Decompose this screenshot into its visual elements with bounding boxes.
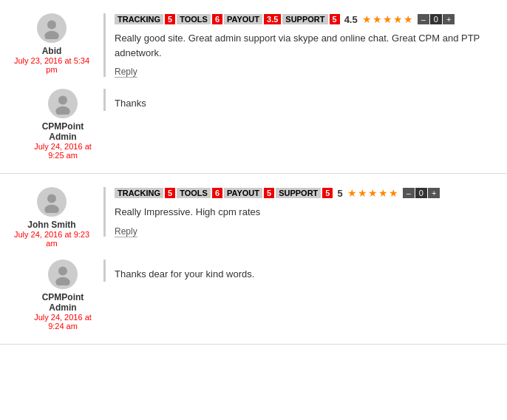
star-full: ★ xyxy=(389,187,398,199)
svg-point-0 xyxy=(47,21,56,30)
vote-controls-1: – 0 + xyxy=(418,14,455,24)
vote-minus-btn-1[interactable]: – xyxy=(418,14,429,24)
avatar-2 xyxy=(37,187,67,217)
stars-2: ★★★★★ xyxy=(347,187,398,199)
star-full: ★ xyxy=(362,13,372,25)
star-full: ★ xyxy=(368,187,378,199)
overall-score-2: 5 xyxy=(337,188,342,199)
star-full: ★ xyxy=(378,187,388,199)
admin-date-1: July 24, 2016 at 9:25 am xyxy=(30,142,96,160)
rating-value-tracking: 5 xyxy=(165,14,175,24)
svg-point-1 xyxy=(44,31,59,39)
svg-point-6 xyxy=(58,267,67,276)
review-block-2: John Smith July 24, 2016 at 9:23 am TRAC… xyxy=(0,174,507,345)
review-main-1: Abid July 23, 2016 at 5:34 pm TRACKING5T… xyxy=(0,7,507,83)
avatar-1 xyxy=(37,13,67,43)
admin-info-2: CPMPoint Admin July 24, 2016 at 9:24 am xyxy=(30,260,103,331)
star-half: ★ xyxy=(404,13,413,25)
rating-value-support: 5 xyxy=(330,14,340,24)
svg-point-2 xyxy=(58,96,67,105)
admin-name-2: CPMPoint Admin xyxy=(30,292,96,313)
admin-content-1: Thanks xyxy=(103,89,500,111)
admin-info-1: CPMPoint Admin July 24, 2016 at 9:25 am xyxy=(30,89,103,160)
admin-name-1: CPMPoint Admin xyxy=(30,121,96,142)
reviewer-name-2: John Smith xyxy=(7,220,96,230)
admin-content-2: Thanks dear for your kind words. xyxy=(103,260,500,282)
rating-label-payout: PAYOUT xyxy=(224,14,262,24)
reviewer-date-1: July 23, 2016 at 5:34 pm xyxy=(7,56,96,74)
ratings-bar-2: TRACKING5TOOLS6PAYOUT5SUPPORT5 5 ★★★★★ –… xyxy=(115,187,500,199)
svg-point-4 xyxy=(47,194,56,203)
rating-label-tracking: TRACKING xyxy=(115,188,163,198)
svg-point-5 xyxy=(44,205,59,213)
star-full: ★ xyxy=(383,13,392,25)
reviewer-info-2: John Smith July 24, 2016 at 9:23 am xyxy=(7,187,103,248)
ratings-bar-1: TRACKING5TOOLS6PAYOUT3.5SUPPORT5 4.5 ★★★… xyxy=(115,13,500,25)
review-main-2: John Smith July 24, 2016 at 9:23 am TRAC… xyxy=(0,181,507,254)
reply-link-1[interactable]: Reply xyxy=(115,67,137,78)
vote-plus-btn-1[interactable]: + xyxy=(443,14,455,24)
rating-label-support: SUPPORT xyxy=(282,14,327,24)
overall-score-1: 4.5 xyxy=(344,14,358,25)
reviewer-date-2: July 24, 2016 at 9:23 am xyxy=(7,230,96,248)
review-block-1: Abid July 23, 2016 at 5:34 pm TRACKING5T… xyxy=(0,0,507,174)
reply-link-2[interactable]: Reply xyxy=(115,226,137,237)
vote-plus-btn-2[interactable]: + xyxy=(428,188,440,198)
admin-avatar-2 xyxy=(48,260,78,289)
admin-date-2: July 24, 2016 at 9:24 am xyxy=(30,313,96,331)
admin-avatar-1 xyxy=(48,89,78,118)
reviewer-info-1: Abid July 23, 2016 at 5:34 pm xyxy=(7,13,103,74)
vote-minus-btn-2[interactable]: – xyxy=(403,188,415,198)
vote-count-1: 0 xyxy=(430,14,442,24)
rating-label-payout: PAYOUT xyxy=(224,188,262,198)
reviewer-name-1: Abid xyxy=(7,46,96,56)
stars-1: ★★★★★ xyxy=(362,13,413,25)
rating-label-tracking: TRACKING xyxy=(115,14,163,24)
review-text-2: Really Impressive. High cpm rates xyxy=(115,205,500,220)
rating-label-tools: TOOLS xyxy=(177,188,211,198)
vote-count-2: 0 xyxy=(415,188,427,198)
rating-value-payout: 3.5 xyxy=(264,14,281,24)
rating-label-tools: TOOLS xyxy=(177,14,211,24)
rating-label-support: SUPPORT xyxy=(276,188,321,198)
admin-reply-2: CPMPoint Admin July 24, 2016 at 9:24 am … xyxy=(0,254,507,336)
star-full: ★ xyxy=(347,187,357,199)
star-full: ★ xyxy=(372,13,382,25)
admin-reply-text-2: Thanks dear for your kind words. xyxy=(115,267,500,282)
review-content-2: TRACKING5TOOLS6PAYOUT5SUPPORT5 5 ★★★★★ –… xyxy=(103,187,500,237)
svg-point-7 xyxy=(55,277,70,285)
star-full: ★ xyxy=(393,13,403,25)
vote-controls-2: – 0 + xyxy=(403,188,440,198)
star-full: ★ xyxy=(358,187,367,199)
admin-reply-1: CPMPoint Admin July 24, 2016 at 9:25 am … xyxy=(0,83,507,166)
rating-value-tools: 6 xyxy=(212,14,222,24)
rating-value-payout: 5 xyxy=(264,188,274,198)
rating-value-tracking: 5 xyxy=(165,188,175,198)
admin-reply-text-1: Thanks xyxy=(115,96,500,111)
review-content-1: TRACKING5TOOLS6PAYOUT3.5SUPPORT5 4.5 ★★★… xyxy=(103,13,500,77)
rating-value-tools: 6 xyxy=(212,188,222,198)
rating-value-support: 5 xyxy=(322,188,333,198)
review-text-1: Really good site. Great admin support vi… xyxy=(115,31,500,60)
svg-point-3 xyxy=(55,106,70,115)
